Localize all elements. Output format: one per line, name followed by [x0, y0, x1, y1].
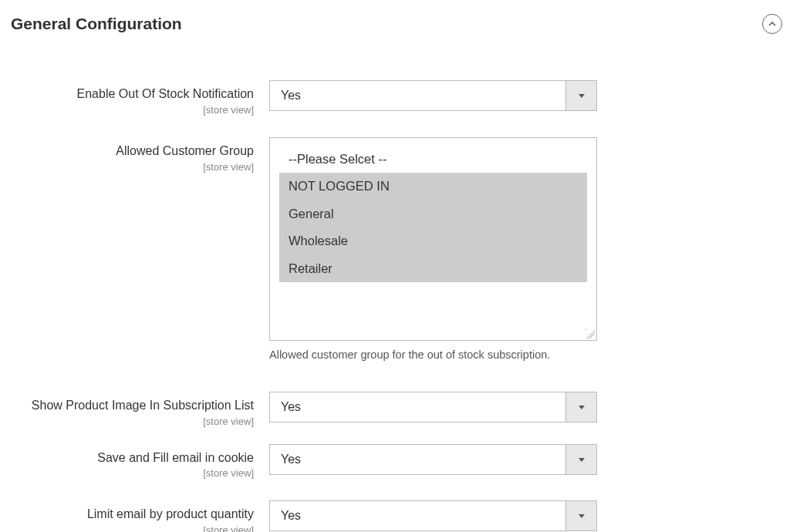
triangle-down-icon [578, 92, 585, 99]
label-text: Allowed Customer Group [11, 143, 254, 160]
save-cookie-select[interactable]: Yes [269, 444, 597, 475]
scope-text: [store view] [11, 104, 254, 116]
chevron-up-icon [768, 19, 777, 29]
scope-text: [store view] [11, 416, 254, 427]
multiselect-option-placeholder[interactable]: --Please Selcet -- [279, 146, 587, 173]
multiselect-option-retailer[interactable]: Retailer [279, 255, 587, 282]
show-image-select[interactable]: Yes [269, 392, 597, 423]
select-value: Yes [270, 400, 565, 414]
field-control: Yes [269, 500, 597, 531]
resize-handle[interactable] [585, 329, 595, 338]
field-control: --Please Selcet -- NOT LOGGED IN General… [269, 137, 597, 361]
field-show-image: Show Product Image In Subscription List … [11, 392, 782, 427]
page-title: General Configuration [11, 15, 182, 33]
field-save-cookie: Save and Fill email in cookie [store vie… [11, 444, 782, 480]
field-label: Enable Out Of Stock Notification [store … [11, 80, 269, 116]
label-text: Save and Fill email in cookie [11, 450, 254, 466]
field-control: Yes [269, 444, 597, 475]
field-allowed-group: Allowed Customer Group [store view] --Pl… [11, 137, 782, 361]
dropdown-arrow [565, 445, 596, 474]
scope-text: [store view] [11, 161, 254, 173]
triangle-down-icon [578, 456, 585, 463]
allowed-group-multiselect[interactable]: --Please Selcet -- NOT LOGGED IN General… [269, 137, 597, 341]
section-header: General Configuration [0, 0, 793, 49]
form-area: Enable Out Of Stock Notification [store … [0, 49, 793, 532]
dropdown-arrow [565, 392, 596, 422]
triangle-down-icon [578, 512, 585, 520]
dropdown-arrow [565, 81, 596, 110]
scope-text: [store view] [11, 524, 254, 532]
triangle-down-icon [578, 403, 585, 411]
select-value: Yes [270, 453, 565, 466]
scope-text: [store view] [11, 467, 254, 479]
field-enable-notification: Enable Out Of Stock Notification [store … [11, 80, 782, 116]
multiselect-option-not-logged-in[interactable]: NOT LOGGED IN [279, 173, 587, 200]
field-label: Limit email by product quantity [store v… [11, 500, 269, 532]
label-text: Enable Out Of Stock Notification [11, 86, 254, 103]
select-value: Yes [270, 509, 565, 523]
help-text: Allowed customer group for the out of st… [269, 348, 597, 361]
field-control: Yes [269, 80, 597, 111]
field-limit-email: Limit email by product quantity [store v… [11, 500, 782, 532]
multiselect-option-general[interactable]: General [279, 200, 587, 227]
enable-notification-select[interactable]: Yes [269, 80, 597, 111]
field-label: Show Product Image In Subscription List … [11, 392, 269, 427]
field-control: Yes [269, 392, 597, 423]
collapse-toggle-button[interactable] [762, 14, 782, 34]
label-text: Limit email by product quantity [11, 507, 254, 523]
dropdown-arrow [565, 501, 596, 530]
field-label: Allowed Customer Group [store view] [11, 137, 269, 173]
field-label: Save and Fill email in cookie [store vie… [11, 444, 269, 480]
label-text: Show Product Image In Subscription List [11, 398, 254, 414]
limit-email-select[interactable]: Yes [269, 500, 597, 531]
multiselect-option-wholesale[interactable]: Wholesale [279, 227, 587, 254]
select-value: Yes [270, 89, 565, 103]
